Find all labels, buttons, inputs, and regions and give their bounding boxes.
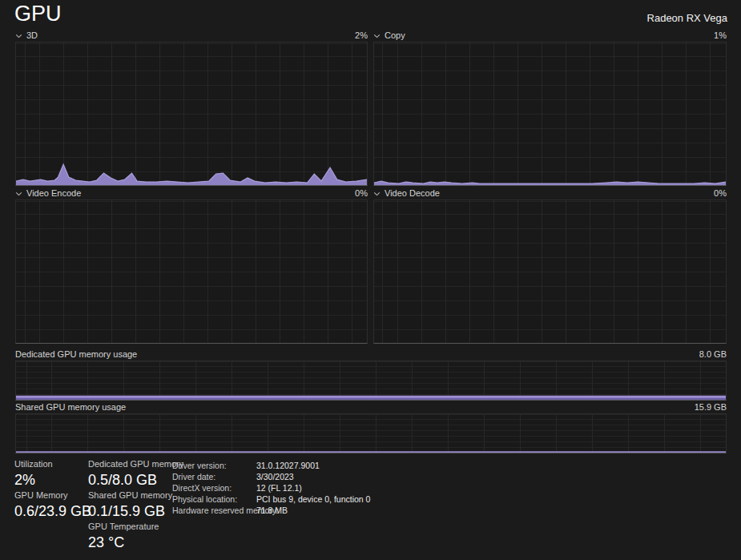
stat-value: 2%	[14, 473, 87, 487]
shared-memory-chart[interactable]	[15, 413, 727, 453]
driver-info-table: Driver version: 31.0.12027.9001 Driver d…	[172, 460, 370, 516]
stat-label: GPU Temperature	[88, 522, 170, 532]
stats-column-1: Utilization 2% GPU Memory 0.6/23.9 GB	[14, 459, 87, 522]
driver-info-row: Hardware reserved memory: 71.8 MB	[172, 505, 370, 516]
engine-utilization-value: 1%	[714, 30, 727, 42]
shared-memory-section: Shared GPU memory usage 15.9 GB	[15, 401, 727, 453]
shared-memory-label: Shared GPU memory usage	[15, 401, 126, 413]
stat-value: 0.6/23.9 GB	[14, 504, 87, 518]
engine-selector-3d[interactable]: 3D	[15, 30, 38, 42]
engine-selector-video-encode[interactable]: Video Encode	[15, 187, 81, 199]
stat-value: 0.5/8.0 GB	[88, 473, 170, 487]
copy-usage-graph	[374, 42, 726, 185]
engine-selector-copy[interactable]: Copy	[373, 30, 405, 42]
engine-utilization-value: 0%	[714, 187, 727, 199]
copy-usage-chart[interactable]	[373, 42, 727, 186]
stat-dedicated-memory: Dedicated GPU memory 0.5/8.0 GB	[88, 459, 170, 487]
gpu-performance-page: GPU Radeon RX Vega 3D 2% Copy 1%	[0, 0, 741, 560]
stats-column-2: Dedicated GPU memory 0.5/8.0 GB Shared G…	[88, 459, 170, 553]
3d-usage-chart[interactable]	[15, 42, 368, 186]
stat-gpu-memory: GPU Memory 0.6/23.9 GB	[14, 490, 87, 518]
stat-label: Dedicated GPU memory	[88, 459, 170, 469]
stat-label: Shared GPU memory	[88, 490, 170, 501]
engine-panel-video-decode: Video Decode 0%	[373, 187, 727, 344]
driver-info-value: 3/30/2023	[256, 471, 370, 482]
gpu-device-name: Radeon RX Vega	[647, 12, 727, 24]
driver-info-label: Physical location:	[172, 494, 256, 505]
driver-info-label: Driver version:	[172, 460, 256, 471]
engine-selector-video-decode[interactable]: Video Decode	[373, 187, 440, 199]
driver-info-row: Driver date: 3/30/2023	[172, 471, 370, 482]
stat-utilization: Utilization 2%	[14, 459, 87, 487]
video-encode-usage-chart[interactable]	[15, 199, 368, 344]
driver-info-value: 12 (FL 12.1)	[256, 482, 370, 494]
driver-info-row: Driver version: 31.0.12027.9001	[172, 460, 370, 471]
stat-value: 23 °C	[88, 535, 170, 550]
3d-usage-graph	[16, 42, 367, 185]
dedicated-memory-label: Dedicated GPU memory usage	[15, 348, 137, 361]
shared-memory-capacity: 15.9 GB	[695, 401, 727, 413]
video-decode-usage-chart[interactable]	[373, 199, 727, 344]
engine-panel-copy: Copy 1%	[373, 30, 727, 186]
video-decode-usage-graph	[374, 200, 726, 343]
shared-memory-graph	[16, 414, 726, 453]
video-encode-usage-graph	[16, 200, 367, 343]
driver-info-label: Hardware reserved memory:	[172, 505, 256, 516]
stat-value: 0.1/15.9 GB	[88, 504, 170, 518]
dedicated-memory-capacity: 8.0 GB	[699, 348, 727, 361]
stat-shared-memory: Shared GPU memory 0.1/15.9 GB	[88, 490, 170, 518]
driver-info-row: Physical location: PCI bus 9, device 0, …	[172, 494, 370, 505]
engine-panel-video-encode: Video Encode 0%	[15, 187, 368, 344]
dedicated-memory-section: Dedicated GPU memory usage 8.0 GB	[15, 348, 727, 401]
stat-label: Utilization	[14, 459, 87, 469]
chevron-down-icon	[373, 191, 381, 197]
chevron-down-icon	[15, 33, 22, 39]
engine-panel-3d: 3D 2%	[15, 30, 368, 186]
stat-label: GPU Memory	[14, 490, 87, 501]
engine-label: Copy	[385, 30, 405, 42]
driver-info-label: Driver date:	[172, 471, 256, 482]
driver-info-value: 31.0.12027.9001	[256, 460, 370, 471]
engine-utilization-value: 0%	[355, 187, 368, 199]
engine-utilization-value: 2%	[355, 30, 368, 42]
driver-info-value: PCI bus 9, device 0, function 0	[256, 494, 370, 505]
dedicated-memory-chart[interactable]	[15, 361, 727, 401]
page-title: GPU	[14, 2, 62, 26]
chevron-down-icon	[373, 33, 381, 39]
stat-gpu-temperature: GPU Temperature 23 °C	[88, 522, 170, 550]
engine-label: 3D	[26, 30, 38, 42]
driver-info-label: DirectX version:	[172, 482, 256, 494]
chevron-down-icon	[15, 191, 22, 197]
engine-label: Video Decode	[385, 187, 440, 199]
engine-label: Video Encode	[26, 187, 81, 199]
driver-info-row: DirectX version: 12 (FL 12.1)	[172, 482, 370, 494]
driver-info-value: 71.8 MB	[256, 505, 370, 516]
dedicated-memory-graph	[16, 361, 726, 400]
